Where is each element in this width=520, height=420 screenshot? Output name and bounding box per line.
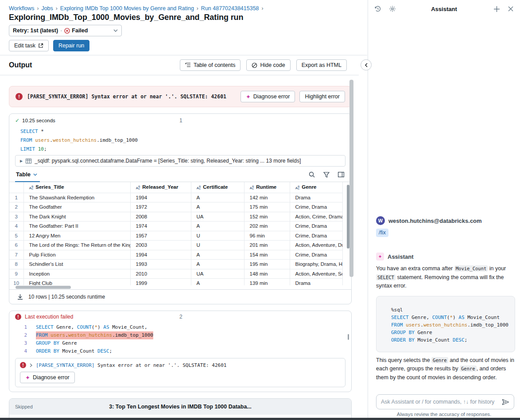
export-html-button[interactable]: Export as HTML bbox=[296, 59, 347, 71]
column-header-released_year[interactable]: ABCReleased_Year bbox=[130, 182, 191, 193]
table-row[interactable]: 6The Lord of the Rings: The Return of th… bbox=[9, 241, 342, 250]
table-of-contents-button[interactable]: Table of contents bbox=[180, 59, 241, 71]
column-header-runtime[interactable]: ABCRuntime bbox=[244, 182, 290, 193]
sql-code-cell-2[interactable]: 1SELECT Genre, COUNT(*) AS Movie_Count,2… bbox=[9, 323, 351, 357]
breadcrumb-link[interactable]: Run 487702438415358 bbox=[201, 5, 259, 12]
diagnose-error-button[interactable]: ✦Diagnose error bbox=[241, 91, 295, 102]
table-cell: 195 min bbox=[244, 260, 290, 269]
text: You have an extra comma after bbox=[376, 265, 454, 272]
table-horizontal-scrollbar[interactable] bbox=[9, 285, 351, 289]
row-number: 6 bbox=[9, 241, 23, 250]
code-line: FROM users.weston_hutchins.imdb_top_1000 bbox=[391, 321, 510, 329]
code-scrollbar[interactable] bbox=[348, 334, 349, 340]
breadcrumb-link[interactable]: Jobs bbox=[41, 5, 53, 12]
result-footer: 10 rows | 10.25 seconds runtime bbox=[9, 289, 351, 304]
table-cell: UA bbox=[191, 212, 244, 222]
window-bottom-edge bbox=[0, 418, 520, 420]
new-chat-icon[interactable] bbox=[493, 6, 500, 12]
table-row[interactable]: 8Schindler's List1993A195 minBiography, … bbox=[9, 260, 342, 269]
external-link-icon bbox=[38, 43, 43, 48]
assistant-disclaimer: Always review the accuracy of responses. bbox=[368, 412, 520, 417]
row-number: 10 bbox=[9, 279, 23, 286]
table-row[interactable]: 4The Godfather: Part II1974A202 minCrime… bbox=[9, 222, 342, 231]
user-message: W weston.hutchins@databricks.com /fix bbox=[376, 216, 512, 237]
tab-table[interactable]: Table bbox=[15, 171, 40, 182]
error-code-link[interactable]: [PARSE_SYNTAX_ERROR] bbox=[36, 362, 94, 368]
table-cell: 1974 bbox=[130, 222, 191, 231]
error-banner: ! [PARSE_SYNTAX_ERROR] Syntax error at o… bbox=[9, 86, 352, 107]
table-row[interactable]: 1The Shawshank Redemption1994A142 minDra… bbox=[9, 193, 342, 202]
error-icon: ! bbox=[16, 93, 23, 100]
table-row[interactable]: 9Inception2010UA148 minAction, Adventure… bbox=[9, 269, 342, 279]
diagnose-label: Diagnose error bbox=[253, 93, 290, 100]
code-line: FROM users.weston_hutchins.imdb_top_1000 bbox=[20, 136, 351, 145]
run-retry-dropdown[interactable]: Retry: 1st (latest) · Failed bbox=[9, 25, 122, 36]
breadcrumb-link[interactable]: Exploring IMDb Top 1000 Movies by Genre … bbox=[60, 5, 194, 12]
failed-icon: ! bbox=[15, 314, 21, 320]
sqldf-dataframe-row[interactable]: ▶ _sqldf: pyspark.sql.connect.dataframe.… bbox=[15, 155, 345, 167]
assistant-input-field[interactable] bbox=[381, 399, 498, 405]
error-icon: ! bbox=[20, 362, 26, 368]
inline-code: Movie_Count bbox=[454, 265, 488, 272]
close-icon[interactable] bbox=[508, 6, 514, 12]
assistant-input[interactable] bbox=[376, 394, 514, 409]
separator-dot: · bbox=[60, 27, 62, 34]
table-cell: 1994 bbox=[130, 193, 191, 202]
result-table: ABCSeries_TitleABCReleased_YearABCCertif… bbox=[9, 182, 351, 285]
collapse-panel-button[interactable] bbox=[361, 59, 372, 70]
table-row[interactable]: 3The Dark Knight2008UA152 minAction, Cri… bbox=[9, 212, 342, 222]
highlight-error-button[interactable]: Highlight error bbox=[299, 91, 345, 102]
notebook-cell-3: Skipped 3: Top Ten Longest Movies in IMD… bbox=[9, 398, 352, 420]
repair-run-button[interactable]: Repair run bbox=[53, 40, 89, 51]
edit-task-button[interactable]: Edit task bbox=[9, 40, 49, 51]
column-header-series_title[interactable]: ABCSeries_Title bbox=[23, 182, 130, 193]
sql-code-cell-1[interactable]: SELECT *FROM users.weston_hutchins.imdb_… bbox=[9, 127, 351, 154]
breadcrumb-link[interactable]: Workflows bbox=[9, 5, 34, 12]
main-scrollbar[interactable] bbox=[349, 80, 353, 277]
code-text: GROUP BY Genre bbox=[36, 339, 77, 347]
download-icon[interactable] bbox=[17, 294, 23, 300]
assistant-sparkle-icon: ✦ bbox=[376, 253, 384, 261]
columns-icon[interactable] bbox=[338, 172, 344, 177]
inline-code: Genre bbox=[431, 357, 448, 363]
table-cell: Drama bbox=[290, 279, 342, 286]
table-row[interactable]: 2The Godfather1972A175 minCrime, Drama bbox=[9, 202, 342, 212]
code-line: 3GROUP BY Genre bbox=[9, 339, 351, 347]
filter-icon[interactable] bbox=[323, 172, 330, 178]
user-avatar: W bbox=[376, 216, 385, 225]
hide-code-button[interactable]: Hide code bbox=[246, 59, 290, 71]
assistant-code-block: %sqlSELECT Genre, COUNT(*) AS Movie_Coun… bbox=[376, 296, 515, 352]
assistant-header: Assistant bbox=[368, 0, 520, 18]
assistant-paragraph-1: You have an extra comma after Movie_Coun… bbox=[376, 264, 515, 291]
chevron-down-icon bbox=[113, 29, 118, 32]
cell-index: 2 bbox=[179, 314, 182, 320]
assistant-paragraph-2: This query selects the Genre and the cou… bbox=[376, 356, 515, 382]
search-icon[interactable] bbox=[309, 171, 315, 178]
repair-run-label: Repair run bbox=[58, 43, 84, 49]
table-row[interactable]: 10Fight Club1999A139 minDrama bbox=[9, 279, 342, 286]
expand-triangle-icon[interactable]: ▶ bbox=[20, 159, 23, 163]
chevron-right-icon[interactable] bbox=[30, 363, 32, 367]
column-header-genre[interactable]: ABCGenre bbox=[290, 182, 342, 193]
table-cell: 1972 bbox=[130, 202, 191, 212]
column-header-label: Genre bbox=[302, 184, 316, 190]
highlighted-code: FROM users.weston_hutchins.imdb_top_1000 bbox=[36, 331, 153, 339]
history-icon[interactable] bbox=[374, 5, 381, 12]
user-email: weston.hutchins@databricks.com bbox=[388, 218, 482, 224]
row-number: 1 bbox=[9, 193, 23, 202]
success-check-icon: ✓ bbox=[15, 117, 19, 124]
send-icon[interactable] bbox=[502, 399, 509, 405]
column-header-certificate[interactable]: ABCCertificate bbox=[191, 182, 244, 193]
table-row[interactable]: 7Pulp Fiction1994A154 minCrime, Drama bbox=[9, 250, 342, 260]
edit-task-label: Edit task bbox=[14, 43, 35, 49]
gear-icon[interactable] bbox=[389, 5, 396, 12]
table-row[interactable]: 512 Angry Men1957U96 minCrime, Drama bbox=[9, 231, 342, 241]
text: statement. Removing the comma will fix t… bbox=[376, 274, 504, 289]
chevron-down-icon bbox=[33, 173, 37, 176]
column-header-label: Runtime bbox=[256, 184, 276, 190]
assistant-panel: Assistant W weston.hutchins@databricks.c… bbox=[368, 0, 520, 420]
line-number: 3 bbox=[9, 339, 36, 347]
diagnose-error-button-2[interactable]: ✦Diagnose error bbox=[20, 372, 75, 383]
table-cell: 202 min bbox=[244, 222, 290, 231]
output-header: Output Table of contents Hide code Expor… bbox=[0, 55, 367, 75]
